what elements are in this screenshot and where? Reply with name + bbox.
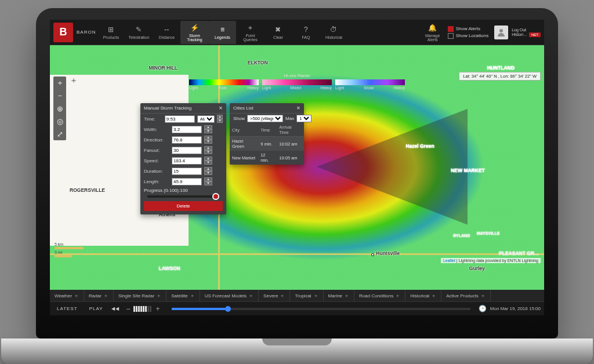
zoom-box-button[interactable]: ⊕ (53, 102, 66, 115)
toolbar-products-button[interactable]: ⊞Products (97, 21, 125, 44)
road (50, 253, 544, 255)
opacity-control[interactable]: − ＋ (124, 304, 164, 314)
city-row[interactable]: New Market12 min.10:05 am (230, 151, 304, 165)
show-alerts-checkbox[interactable]: Show Alerts (448, 26, 488, 32)
storm-tracking-panel[interactable]: Manual Storm Tracking✕ Time:AM▲▼Width:▲▼… (140, 103, 226, 214)
city-label: MINOR HILL (148, 65, 178, 71)
toolbar-legends-button[interactable]: ≡Legends (208, 21, 236, 44)
direction-input[interactable] (172, 136, 202, 144)
timeline-slider[interactable] (172, 308, 470, 310)
history-label: Histori… (512, 32, 527, 37)
bell-icon: 🔔 (428, 23, 437, 32)
latest-button[interactable]: LATEST (53, 305, 81, 312)
tab-marine[interactable]: Marine＋ (324, 290, 354, 301)
time-unit-select[interactable]: AM (197, 115, 215, 123)
direction-stepper[interactable]: ▲▼ (204, 136, 212, 144)
city-row[interactable]: Hazel Green9 min.10:02 am (230, 137, 304, 151)
city-label: Hazel Green (405, 143, 434, 149)
toolbar-icon: ⏱ (329, 25, 338, 34)
city-label: HUNTLAND (487, 65, 515, 71)
panel-title: Manual Storm Tracking (144, 105, 191, 111)
width-input[interactable] (172, 126, 202, 133)
tab-active-products[interactable]: Active Products＋ (441, 290, 491, 301)
field-label: Length: (144, 179, 169, 184)
duration-stepper[interactable]: ▲▼ (204, 167, 212, 175)
tab-road-conditions[interactable]: Road Conditions＋ (354, 290, 405, 301)
datetime-display[interactable]: 🕒 Mon Mar 19, 2018 15:00 (479, 305, 541, 312)
show-locations-checkbox[interactable]: Show Locations (448, 33, 488, 39)
delete-button[interactable]: Delete (144, 201, 223, 211)
city-label: ROGERSVILLE (70, 187, 105, 193)
population-filter-select[interactable]: >500 (village) (247, 115, 283, 122)
toolbar-storm-tracking-button[interactable]: ⚡Storm Tracking (180, 21, 208, 44)
fanout-input[interactable] (172, 147, 202, 154)
map-attribution: Leaflet | Lightning data provided by ENT… (441, 258, 541, 263)
step-back-button[interactable]: ◀◀ (111, 306, 119, 311)
fullscreen-button[interactable]: ⤢ (53, 128, 66, 140)
close-icon[interactable]: ✕ (219, 105, 223, 111)
toolbar-distance-button[interactable]: ↔Distance (153, 21, 180, 44)
toolbar-faq-button[interactable]: ?FAQ (292, 21, 320, 44)
zoom-in-button[interactable]: ＋ (53, 77, 66, 89)
speed-stepper[interactable]: ▲▼ (204, 156, 212, 165)
fanout-stepper[interactable]: ▲▼ (204, 146, 212, 154)
field-label: Speed: (144, 158, 169, 163)
laptop-frame: B BARON ⊞Products✎Telestration↔Distance⚡… (36, 8, 558, 338)
opacity-minus-button[interactable]: − (124, 305, 133, 313)
city-marker[interactable] (371, 253, 374, 256)
panel-title: Cities List (233, 105, 253, 111)
toolbar-icon: ≡ (218, 25, 227, 34)
plus-icon: ＋ (395, 292, 400, 300)
length-stepper[interactable]: ▲▼ (204, 177, 212, 185)
tab-tropical[interactable]: Tropical＋ (290, 290, 323, 301)
plus-icon: ＋ (344, 292, 349, 300)
add-layer-button[interactable]: ＋ (70, 75, 78, 86)
city-label: LAWSON (158, 265, 180, 271)
city-label: MAYSVILLE (477, 231, 499, 235)
tab-single-site-radar[interactable]: Single Site Radar＋ (114, 290, 166, 301)
play-button[interactable]: PLAY (86, 305, 107, 312)
product-tabs: Weather＋Radar＋Single Site Radar＋Satellit… (50, 290, 544, 301)
user-box: Log Out Histori… NET (512, 28, 541, 37)
time-input[interactable] (165, 115, 195, 123)
tab-satellite[interactable]: Satellite＋ (166, 290, 200, 301)
toolbar-icon: ⚡ (190, 23, 199, 32)
length-input[interactable] (172, 178, 202, 185)
toolbar-icon: ✖ (273, 25, 282, 34)
locate-button[interactable]: ◎ (53, 115, 66, 128)
toolbar-icon: ⊞ (106, 25, 115, 34)
field-label: Fanout: (144, 148, 169, 153)
duration-input[interactable] (172, 168, 202, 175)
toolbar-historical-button[interactable]: ⏱Historical (320, 21, 347, 44)
tab-historical[interactable]: Historical＋ (405, 290, 441, 301)
opacity-plus-button[interactable]: ＋ (152, 304, 164, 314)
time-stepper[interactable]: ▲▼ (217, 115, 223, 123)
plus-icon: ＋ (431, 292, 436, 300)
toolbar-point-queries-button[interactable]: ⌖Point Queries (236, 21, 264, 44)
logout-link[interactable]: Log Out (512, 28, 541, 32)
laptop-base (1, 338, 593, 364)
toolbar-icon: ✎ (134, 25, 143, 34)
toolbar-telestration-button[interactable]: ✎Telestration (125, 21, 153, 44)
map-area[interactable]: MINOR HILL ELKTON Ardmore HUNTLAND ROGER… (50, 45, 544, 290)
cities-list-panel[interactable]: Cities List✕ Show >500 (village) Max 10 … (230, 103, 304, 165)
close-icon[interactable]: ✕ (296, 105, 300, 111)
manage-alerts-button[interactable]: 🔔 Manage Alerts (419, 21, 447, 44)
avatar[interactable] (494, 26, 508, 39)
toolbar-clear-button[interactable]: ✖Clear (264, 21, 292, 44)
map-zoom-controls: ＋－⊕◎⤢ (53, 77, 66, 140)
tab-radar[interactable]: Radar＋ (84, 290, 114, 301)
tab-severe[interactable]: Severe＋ (259, 290, 290, 301)
progress-slider[interactable] (147, 195, 219, 198)
leaflet-link[interactable]: Leaflet (443, 259, 455, 263)
legend-snow-gradient (335, 79, 405, 85)
tab-weather[interactable]: Weather＋ (50, 290, 84, 301)
city-label: RYLAND (453, 234, 470, 238)
tab-us-forecast-models[interactable]: US Forecast Models＋ (200, 290, 259, 301)
speed-input[interactable] (172, 157, 202, 165)
toolbar-icon: ⌖ (245, 23, 255, 32)
width-stepper[interactable]: ▲▼ (204, 125, 212, 133)
topbar: B BARON ⊞Products✎Telestration↔Distance⚡… (50, 20, 544, 45)
max-select[interactable]: 10 (296, 115, 312, 122)
zoom-out-button[interactable]: － (53, 89, 66, 102)
